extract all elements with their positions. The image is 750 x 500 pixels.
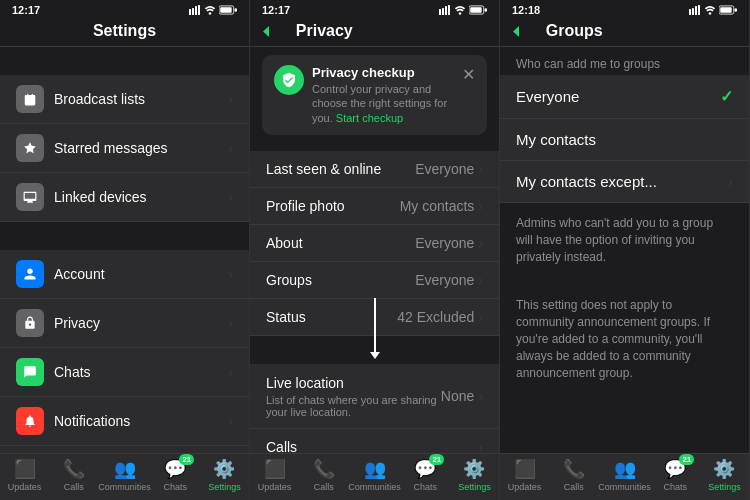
privacy-title: Privacy <box>270 22 379 40</box>
tab-settings-3[interactable]: ⚙️ Settings <box>700 458 749 492</box>
checkup-close-button[interactable]: ✕ <box>462 65 475 84</box>
settings-label-1: Settings <box>208 482 241 492</box>
checkup-text: Privacy checkup Control your privacy and… <box>312 65 454 125</box>
calls-label: Calls <box>266 439 478 453</box>
tab-updates-2[interactable]: ⬛ Updates <box>250 458 299 492</box>
notifications-icon <box>16 407 44 435</box>
liveloc-label: Live location <box>266 375 344 391</box>
checkup-link[interactable]: Start checkup <box>336 112 403 124</box>
privacy-back-button[interactable] <box>262 25 270 38</box>
about-item[interactable]: About Everyone › <box>250 225 499 262</box>
communities-label-2: Communities <box>348 482 401 492</box>
status-label: Status <box>266 309 397 325</box>
tab-communities-2[interactable]: 👥 Communities <box>348 458 401 492</box>
svg-rect-10 <box>445 6 447 15</box>
groups-panel: 12:18 Groups Who can add me to groups Ev… <box>500 0 750 500</box>
except-label: My contacts except... <box>516 173 728 190</box>
svg-rect-22 <box>720 7 731 13</box>
groups-privacy-item[interactable]: Groups Everyone › <box>250 262 499 299</box>
svg-rect-17 <box>692 8 694 15</box>
svg-rect-15 <box>485 8 487 11</box>
checkup-icon <box>274 65 304 95</box>
status-icons-2 <box>439 5 487 15</box>
tab-bar-2: ⬛ Updates 📞 Calls 👥 Communities 💬21 Chat… <box>250 453 499 500</box>
communities-label-1: Communities <box>98 482 151 492</box>
svg-rect-11 <box>448 5 450 15</box>
account-chevron: › <box>228 266 233 282</box>
broadcast-item[interactable]: Broadcast lists › <box>0 75 249 124</box>
tab-calls-1[interactable]: 📞 Calls <box>49 458 98 492</box>
tab-chats-3[interactable]: 💬21 Chats <box>651 458 700 492</box>
broadcast-label: Broadcast lists <box>54 91 228 107</box>
communities-icon-2: 👥 <box>364 458 386 480</box>
svg-rect-14 <box>470 7 481 13</box>
broadcast-icon <box>16 85 44 113</box>
settings-panel: 12:17 Settings Broadcast lists › Starred… <box>0 0 250 500</box>
svg-rect-1 <box>192 8 194 15</box>
notifications-item[interactable]: Notifications › <box>0 397 249 446</box>
status-bar-1: 12:17 <box>0 0 249 18</box>
groups-option-except[interactable]: My contacts except... › <box>500 161 749 203</box>
tab-calls-3[interactable]: 📞 Calls <box>549 458 598 492</box>
account-item[interactable]: Account › <box>0 250 249 299</box>
tab-settings-2[interactable]: ⚙️ Settings <box>450 458 499 492</box>
tab-updates-1[interactable]: ⬛ Updates <box>0 458 49 492</box>
starred-item[interactable]: Starred messages › <box>0 124 249 173</box>
chats-label-1: Chats <box>164 482 188 492</box>
groups-back-button[interactable] <box>512 25 520 38</box>
privacy-icon <box>16 309 44 337</box>
account-label: Account <box>54 266 228 282</box>
communities-label-3: Communities <box>598 482 651 492</box>
checkup-title: Privacy checkup <box>312 65 454 80</box>
lastseen-value: Everyone <box>415 161 474 177</box>
profilephoto-value: My contacts <box>400 198 475 214</box>
tab-updates-3[interactable]: ⬛ Updates <box>500 458 549 492</box>
privacy-nav-bar: Privacy <box>250 18 499 47</box>
status-bar-2: 12:17 <box>250 0 499 18</box>
lastseen-item[interactable]: Last seen & online Everyone › <box>250 151 499 188</box>
tab-settings-1[interactable]: ⚙️ Settings <box>200 458 249 492</box>
groups-option-everyone[interactable]: Everyone ✓ <box>500 75 749 119</box>
linked-item[interactable]: Linked devices › <box>0 173 249 222</box>
status-icons-1 <box>189 5 237 15</box>
privacy-item[interactable]: Privacy › <box>0 299 249 348</box>
calls-item[interactable]: Calls › <box>250 429 499 453</box>
updates-icon: ⬛ <box>14 458 36 480</box>
chats-icon-1: 💬21 <box>164 458 186 480</box>
privacy-label: Privacy <box>54 315 228 331</box>
storage-item[interactable]: Storage and data › <box>0 446 249 453</box>
chats-icon-3: 💬21 <box>664 458 686 480</box>
chats-item[interactable]: Chats › <box>0 348 249 397</box>
svg-point-12 <box>459 12 462 15</box>
svg-rect-18 <box>695 6 697 15</box>
updates-icon-2: ⬛ <box>264 458 286 480</box>
calls-icon-3: 📞 <box>563 458 585 480</box>
groups-nav-bar: Groups <box>500 18 749 47</box>
tab-communities-1[interactable]: 👥 Communities <box>98 458 151 492</box>
groups-info-1: Admins who can't add you to a group will… <box>500 203 749 277</box>
tab-chats-1[interactable]: 💬21 Chats <box>151 458 200 492</box>
groups-option-mycontacts[interactable]: My contacts <box>500 119 749 161</box>
tab-calls-2[interactable]: 📞 Calls <box>299 458 348 492</box>
broadcast-chevron: › <box>228 91 233 107</box>
communities-icon-3: 👥 <box>614 458 636 480</box>
svg-rect-8 <box>439 9 441 15</box>
settings-nav-bar: Settings <box>0 18 249 47</box>
settings-icon-2: ⚙️ <box>463 458 485 480</box>
tab-bar-1: ⬛ Updates 📞 Calls 👥 Communities 💬21 Chat… <box>0 453 249 500</box>
about-value: Everyone <box>415 235 474 251</box>
tab-communities-3[interactable]: 👥 Communities <box>598 458 651 492</box>
liveloc-item[interactable]: Live location List of chats where you ar… <box>250 364 499 429</box>
svg-rect-23 <box>735 8 737 11</box>
svg-rect-19 <box>698 5 700 15</box>
calls-icon-1: 📞 <box>63 458 85 480</box>
svg-rect-3 <box>198 5 200 15</box>
linked-icon <box>16 183 44 211</box>
profilephoto-item[interactable]: Profile photo My contacts › <box>250 188 499 225</box>
tab-chats-2[interactable]: 💬21 Chats <box>401 458 450 492</box>
lastseen-label: Last seen & online <box>266 161 415 177</box>
groups-privacy-label: Groups <box>266 272 415 288</box>
svg-rect-7 <box>235 8 237 11</box>
updates-label-1: Updates <box>8 482 42 492</box>
starred-chevron: › <box>228 140 233 156</box>
